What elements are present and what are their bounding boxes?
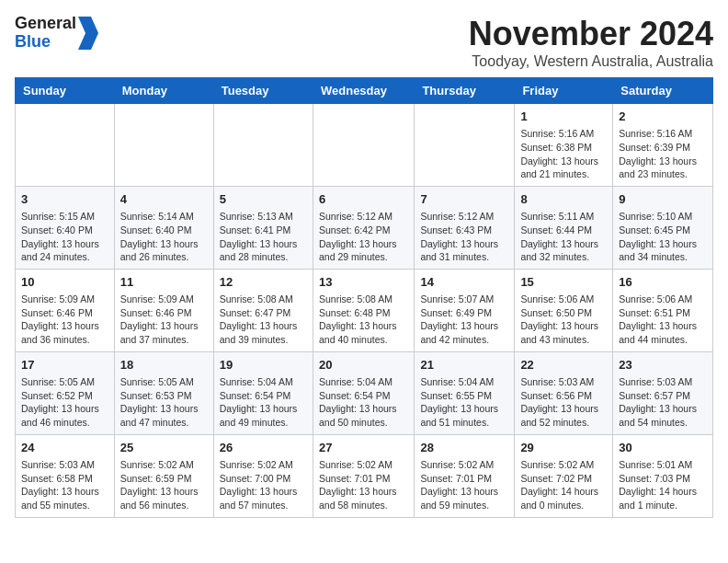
logo-general: General [15, 15, 76, 33]
day-number: 29 [520, 440, 607, 456]
calendar-cell: 5Sunrise: 5:13 AMSunset: 6:41 PMDaylight… [213, 186, 313, 269]
day-number: 4 [120, 191, 208, 208]
calendar-cell: 20Sunrise: 5:04 AMSunset: 6:54 PMDayligh… [313, 351, 414, 434]
calendar-cell: 23Sunrise: 5:03 AMSunset: 6:57 PMDayligh… [613, 351, 713, 434]
day-info: Sunrise: 5:15 AMSunset: 6:40 PMDaylight:… [21, 210, 108, 264]
day-info: Sunrise: 5:01 AMSunset: 7:03 PMDaylight:… [619, 458, 707, 512]
weekday-header-monday: Monday [114, 78, 213, 104]
weekday-header-thursday: Thursday [415, 78, 515, 104]
day-number: 24 [21, 440, 108, 456]
day-number: 12 [220, 274, 307, 291]
calendar-cell: 29Sunrise: 5:02 AMSunset: 7:02 PMDayligh… [515, 434, 613, 517]
calendar-cell: 21Sunrise: 5:04 AMSunset: 6:55 PMDayligh… [415, 351, 515, 434]
day-number: 8 [520, 191, 607, 208]
calendar-cell: 28Sunrise: 5:02 AMSunset: 7:01 PMDayligh… [415, 434, 515, 517]
calendar-table: SundayMondayTuesdayWednesdayThursdayFrid… [15, 77, 713, 518]
day-number: 30 [619, 440, 707, 456]
day-number: 18 [120, 357, 208, 373]
calendar-cell: 26Sunrise: 5:02 AMSunset: 7:00 PMDayligh… [213, 434, 313, 517]
calendar-cell: 14Sunrise: 5:07 AMSunset: 6:49 PMDayligh… [415, 269, 515, 351]
day-number: 6 [319, 191, 408, 208]
day-info: Sunrise: 5:14 AMSunset: 6:40 PMDaylight:… [120, 210, 208, 264]
day-number: 13 [319, 274, 408, 291]
day-number: 1 [520, 109, 607, 125]
day-info: Sunrise: 5:02 AMSunset: 7:00 PMDaylight:… [220, 458, 307, 512]
day-info: Sunrise: 5:03 AMSunset: 6:56 PMDaylight:… [520, 375, 607, 430]
day-info: Sunrise: 5:05 AMSunset: 6:52 PMDaylight:… [21, 375, 108, 430]
calendar-cell: 6Sunrise: 5:12 AMSunset: 6:42 PMDaylight… [313, 186, 414, 269]
day-number: 28 [420, 440, 508, 456]
calendar-cell: 8Sunrise: 5:11 AMSunset: 6:44 PMDaylight… [515, 186, 613, 269]
day-number: 22 [520, 357, 607, 373]
weekday-header-saturday: Saturday [613, 78, 713, 104]
logo-blue: Blue [15, 33, 76, 52]
calendar-cell [16, 104, 115, 187]
calendar-cell [313, 104, 414, 187]
location: Toodyay, Western Australia, Australia [469, 53, 713, 70]
day-info: Sunrise: 5:08 AMSunset: 6:47 PMDaylight:… [220, 293, 307, 347]
calendar-cell: 18Sunrise: 5:05 AMSunset: 6:53 PMDayligh… [114, 351, 213, 434]
day-info: Sunrise: 5:02 AMSunset: 7:02 PMDaylight:… [520, 458, 607, 512]
day-number: 7 [420, 191, 508, 208]
day-info: Sunrise: 5:12 AMSunset: 6:42 PMDaylight:… [319, 210, 408, 264]
day-info: Sunrise: 5:11 AMSunset: 6:44 PMDaylight:… [520, 210, 607, 264]
logo: General Blue [15, 15, 98, 52]
calendar-cell: 27Sunrise: 5:02 AMSunset: 7:01 PMDayligh… [313, 434, 414, 517]
day-number: 17 [21, 357, 108, 373]
calendar-cell: 13Sunrise: 5:08 AMSunset: 6:48 PMDayligh… [313, 269, 414, 351]
day-info: Sunrise: 5:02 AMSunset: 7:01 PMDaylight:… [420, 458, 508, 512]
day-info: Sunrise: 5:12 AMSunset: 6:43 PMDaylight:… [420, 210, 508, 264]
logo-text: General Blue [15, 15, 76, 52]
day-number: 21 [420, 357, 508, 373]
calendar-cell: 17Sunrise: 5:05 AMSunset: 6:52 PMDayligh… [16, 351, 115, 434]
calendar-cell: 24Sunrise: 5:03 AMSunset: 6:58 PMDayligh… [16, 434, 115, 517]
day-number: 16 [619, 274, 707, 291]
day-info: Sunrise: 5:10 AMSunset: 6:45 PMDaylight:… [619, 210, 707, 264]
svg-marker-0 [78, 17, 98, 50]
page-header: General Blue November 2024 Toodyay, West… [15, 15, 713, 70]
calendar-cell: 1Sunrise: 5:16 AMSunset: 6:38 PMDaylight… [515, 104, 613, 187]
calendar-cell: 4Sunrise: 5:14 AMSunset: 6:40 PMDaylight… [114, 186, 213, 269]
weekday-header-sunday: Sunday [16, 78, 115, 104]
day-number: 25 [120, 440, 208, 456]
calendar-cell: 25Sunrise: 5:02 AMSunset: 6:59 PMDayligh… [114, 434, 213, 517]
day-number: 26 [220, 440, 307, 456]
day-info: Sunrise: 5:07 AMSunset: 6:49 PMDaylight:… [420, 293, 508, 347]
day-number: 19 [220, 357, 307, 373]
day-number: 23 [619, 357, 707, 373]
day-number: 2 [619, 109, 707, 125]
day-number: 3 [21, 191, 108, 208]
calendar-cell: 12Sunrise: 5:08 AMSunset: 6:47 PMDayligh… [213, 269, 313, 351]
title-area: November 2024 Toodyay, Western Australia… [469, 15, 713, 70]
day-number: 20 [319, 357, 408, 373]
month-title: November 2024 [469, 15, 713, 53]
day-info: Sunrise: 5:08 AMSunset: 6:48 PMDaylight:… [319, 293, 408, 347]
weekday-header-wednesday: Wednesday [313, 78, 414, 104]
calendar-cell: 3Sunrise: 5:15 AMSunset: 6:40 PMDaylight… [16, 186, 115, 269]
calendar-cell: 10Sunrise: 5:09 AMSunset: 6:46 PMDayligh… [16, 269, 115, 351]
day-number: 9 [619, 191, 707, 208]
day-number: 27 [319, 440, 408, 456]
calendar-cell: 2Sunrise: 5:16 AMSunset: 6:39 PMDaylight… [613, 104, 713, 187]
calendar-cell: 11Sunrise: 5:09 AMSunset: 6:46 PMDayligh… [114, 269, 213, 351]
day-info: Sunrise: 5:09 AMSunset: 6:46 PMDaylight:… [120, 293, 208, 347]
calendar-cell: 19Sunrise: 5:04 AMSunset: 6:54 PMDayligh… [213, 351, 313, 434]
day-info: Sunrise: 5:03 AMSunset: 6:58 PMDaylight:… [21, 458, 108, 512]
calendar-cell: 15Sunrise: 5:06 AMSunset: 6:50 PMDayligh… [515, 269, 613, 351]
day-info: Sunrise: 5:05 AMSunset: 6:53 PMDaylight:… [120, 375, 208, 430]
logo-container: General Blue [15, 15, 98, 52]
calendar-cell [114, 104, 213, 187]
calendar-cell [415, 104, 515, 187]
day-info: Sunrise: 5:04 AMSunset: 6:54 PMDaylight:… [220, 375, 307, 430]
day-info: Sunrise: 5:03 AMSunset: 6:57 PMDaylight:… [619, 375, 707, 430]
calendar-cell: 9Sunrise: 5:10 AMSunset: 6:45 PMDaylight… [613, 186, 713, 269]
day-info: Sunrise: 5:02 AMSunset: 7:01 PMDaylight:… [319, 458, 408, 512]
logo-arrow-icon [78, 17, 98, 50]
day-number: 15 [520, 274, 607, 291]
calendar-cell: 30Sunrise: 5:01 AMSunset: 7:03 PMDayligh… [613, 434, 713, 517]
calendar-cell: 16Sunrise: 5:06 AMSunset: 6:51 PMDayligh… [613, 269, 713, 351]
day-info: Sunrise: 5:02 AMSunset: 6:59 PMDaylight:… [120, 458, 208, 512]
day-number: 11 [120, 274, 208, 291]
day-info: Sunrise: 5:13 AMSunset: 6:41 PMDaylight:… [220, 210, 307, 264]
calendar-cell: 7Sunrise: 5:12 AMSunset: 6:43 PMDaylight… [415, 186, 515, 269]
